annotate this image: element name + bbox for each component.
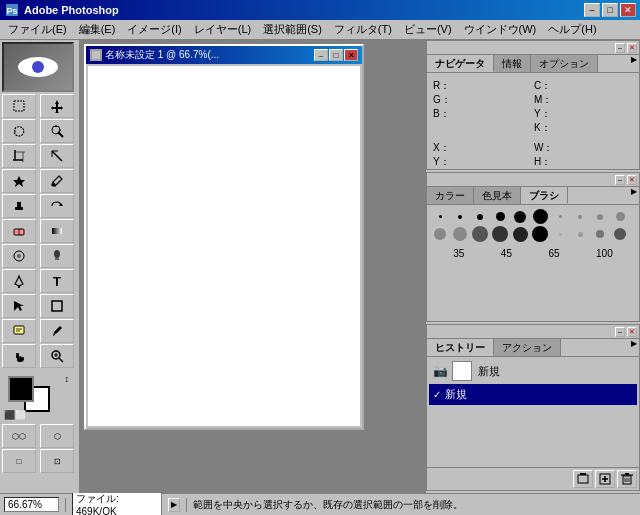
navigator-minimize-btn[interactable]: –	[615, 43, 625, 53]
history-thumb-1	[452, 361, 472, 381]
history-arrow[interactable]: ▶	[631, 339, 637, 356]
menu-select[interactable]: 選択範囲(S)	[257, 20, 328, 39]
minimize-button[interactable]: –	[584, 3, 600, 17]
tool-blur[interactable]	[2, 244, 36, 268]
tab-info[interactable]: 情報	[494, 55, 531, 72]
doc-close-button[interactable]: ✕	[344, 49, 358, 61]
tool-extra-1[interactable]: ⬡⬡	[2, 424, 36, 448]
tool-notes[interactable]	[2, 319, 36, 343]
tool-crop[interactable]	[2, 144, 36, 168]
history-tabs: ヒストリー アクション ▶	[427, 339, 639, 357]
history-close-btn[interactable]: ✕	[627, 327, 637, 337]
tool-dodge[interactable]	[40, 244, 74, 268]
tool-lasso[interactable]	[2, 119, 36, 143]
brushes-minimize-btn[interactable]: –	[615, 175, 625, 185]
history-new-btn[interactable]	[595, 470, 615, 488]
file-size-display[interactable]: ファイル: 469K/OK	[72, 490, 162, 515]
svg-rect-39	[580, 473, 586, 475]
doc-minimize-button[interactable]: –	[314, 49, 328, 61]
brushes-arrow[interactable]: ▶	[631, 187, 637, 204]
tool-eyedrop[interactable]	[40, 319, 74, 343]
brush-10[interactable]	[616, 212, 625, 221]
brush-3[interactable]	[477, 214, 483, 220]
tool-path-select[interactable]	[2, 294, 36, 318]
brush-2[interactable]	[458, 215, 462, 219]
tool-magic-wand[interactable]	[40, 119, 74, 143]
brush-14[interactable]	[492, 226, 508, 242]
brush-1[interactable]	[439, 215, 442, 218]
tool-heal[interactable]	[2, 169, 36, 193]
tool-shape[interactable]	[40, 294, 74, 318]
navigator-arrow[interactable]: ▶	[631, 55, 637, 72]
tab-color[interactable]: カラー	[427, 187, 474, 204]
menu-filter[interactable]: フィルタ(T)	[328, 20, 398, 39]
tab-actions[interactable]: アクション	[494, 339, 561, 356]
tab-options[interactable]: オプション	[531, 55, 598, 72]
brush-19[interactable]	[596, 230, 604, 238]
tool-pen[interactable]	[2, 269, 36, 293]
svg-rect-2	[14, 101, 24, 111]
tab-history[interactable]: ヒストリー	[427, 339, 494, 356]
brush-17[interactable]	[559, 233, 562, 236]
brush-20[interactable]	[614, 228, 626, 240]
brush-5[interactable]	[514, 211, 526, 223]
tool-type[interactable]: T	[40, 269, 74, 293]
tab-brushes[interactable]: ブラシ	[521, 187, 568, 204]
brush-13[interactable]	[472, 226, 488, 242]
navigator-close-btn[interactable]: ✕	[627, 43, 637, 53]
tool-brush[interactable]	[40, 169, 74, 193]
swap-colors-icon[interactable]: ↕	[65, 374, 70, 384]
tool-marquee[interactable]	[2, 94, 36, 118]
tool-zoom[interactable]	[40, 344, 74, 368]
svg-rect-25	[55, 258, 59, 260]
tool-extra-4[interactable]: ⊡	[40, 449, 74, 473]
brush-15[interactable]	[513, 227, 528, 242]
brush-6[interactable]	[533, 209, 548, 224]
tool-extra-2[interactable]: ⬡	[40, 424, 74, 448]
history-new-snapshot-btn[interactable]	[573, 470, 593, 488]
menu-help[interactable]: ヘルプ(H)	[542, 20, 602, 39]
document-canvas[interactable]	[88, 66, 360, 426]
close-button[interactable]: ✕	[620, 3, 636, 17]
brush-7[interactable]	[559, 215, 562, 218]
history-minimize-btn[interactable]: –	[615, 327, 625, 337]
foreground-color[interactable]	[8, 376, 34, 402]
brush-12[interactable]	[453, 227, 467, 241]
brush-18[interactable]	[578, 232, 583, 237]
brush-8[interactable]	[578, 215, 582, 219]
history-item-1[interactable]: 📷 新規	[429, 359, 637, 383]
tool-eraser[interactable]	[2, 219, 36, 243]
tab-swatches[interactable]: 色見本	[474, 187, 521, 204]
menu-window[interactable]: ウインドウ(W)	[458, 20, 543, 39]
tab-navigator[interactable]: ナビゲータ	[427, 55, 494, 72]
tool-preview	[2, 42, 74, 92]
menu-layer[interactable]: レイヤー(L)	[188, 20, 257, 39]
history-delete-btn[interactable]	[617, 470, 637, 488]
tool-slice[interactable]	[40, 144, 74, 168]
default-colors-icon[interactable]: ⬛⬜	[4, 410, 26, 420]
maximize-button[interactable]: □	[602, 3, 618, 17]
tool-stamp[interactable]	[2, 194, 36, 218]
tool-extra-3[interactable]: □	[2, 449, 36, 473]
doc-maximize-button[interactable]: □	[329, 49, 343, 61]
svg-marker-3	[51, 100, 63, 113]
menu-file[interactable]: ファイル(E)	[2, 20, 73, 39]
status-arrow-btn[interactable]: ▶	[168, 498, 180, 512]
zoom-display[interactable]: 66.67%	[4, 497, 59, 512]
tool-hand[interactable]	[2, 344, 36, 368]
svg-text:Ps: Ps	[6, 6, 17, 16]
tool-gradient[interactable]	[40, 219, 74, 243]
brushes-close-btn[interactable]: ✕	[627, 175, 637, 185]
menu-edit[interactable]: 編集(E)	[73, 20, 122, 39]
brush-9[interactable]	[597, 214, 603, 220]
brush-11[interactable]	[434, 228, 446, 240]
tool-move[interactable]	[40, 94, 74, 118]
menu-image[interactable]: イメージ(I)	[121, 20, 187, 39]
history-item-2[interactable]: ✓ 新規	[429, 384, 637, 405]
tool-history-brush[interactable]	[40, 194, 74, 218]
navigator-panel: – ✕ ナビゲータ 情報 オプション ▶ R： G： B： C：	[426, 40, 640, 170]
menu-view[interactable]: ビュー(V)	[398, 20, 458, 39]
brush-16[interactable]	[532, 226, 548, 242]
svg-rect-29	[14, 326, 24, 334]
brush-4[interactable]	[496, 212, 505, 221]
